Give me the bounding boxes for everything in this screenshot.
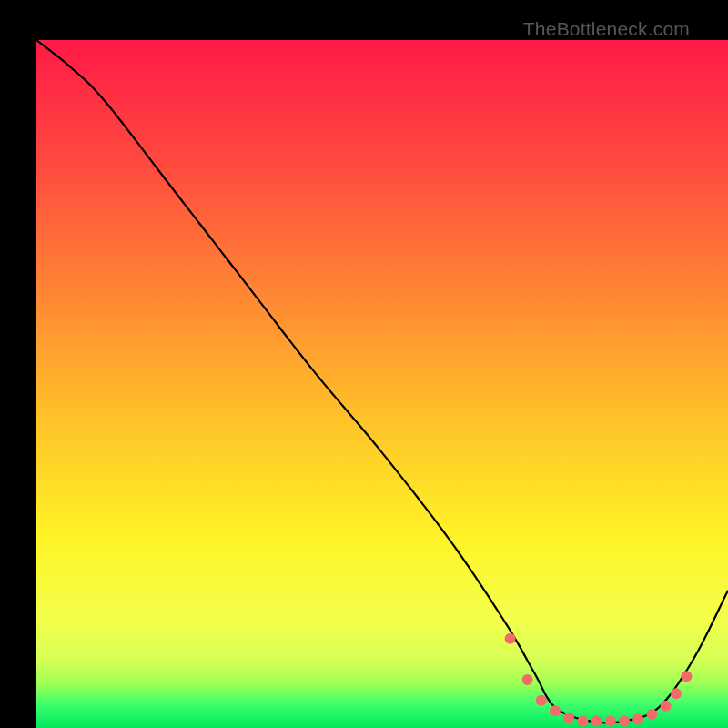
- marker-dot: [592, 715, 602, 726]
- marker-dot: [632, 713, 643, 724]
- chart-frame: TheBottleneck.com: [18, 18, 710, 710]
- marker-dot: [536, 695, 547, 706]
- bottleneck-chart: [36, 40, 728, 728]
- marker-dot: [619, 715, 630, 726]
- marker-dot: [605, 715, 616, 726]
- gradient-background: [36, 40, 728, 728]
- marker-dot: [522, 674, 533, 685]
- marker-dot: [661, 701, 672, 712]
- marker-dot: [577, 715, 588, 726]
- marker-dot: [671, 688, 682, 699]
- marker-dot: [505, 633, 516, 644]
- attribution-label: TheBottleneck.com: [523, 18, 690, 40]
- marker-dot: [563, 713, 574, 723]
- marker-dot: [550, 705, 561, 716]
- marker-dot: [646, 709, 657, 720]
- marker-dot: [681, 671, 692, 682]
